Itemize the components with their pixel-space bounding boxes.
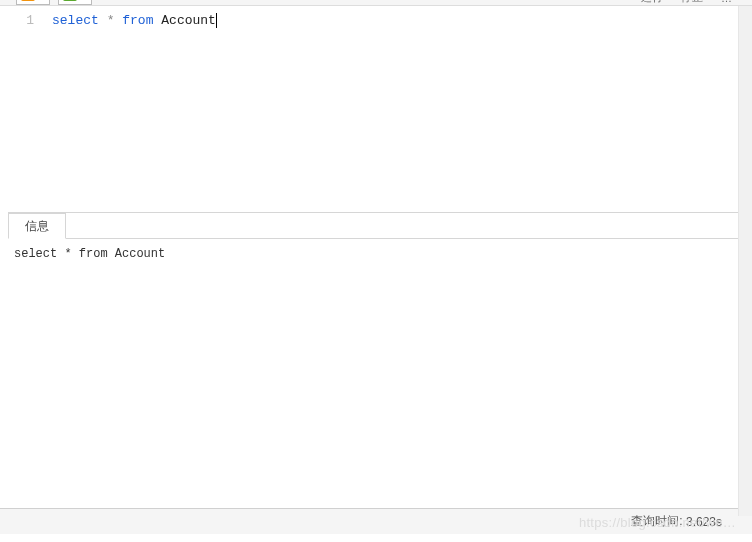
- sql-keyword-from: from: [122, 13, 153, 28]
- statusbar: 查询时间: 3.623s https://blog.csdn.net/we…: [0, 508, 752, 534]
- results-panel: 信息 select * from Account: [8, 212, 744, 508]
- toolbar-actions: 运行 停止 …: [641, 0, 732, 5]
- database-icon: [63, 0, 77, 1]
- database-dropdown[interactable]: ▾: [58, 0, 92, 5]
- sql-star: *: [107, 13, 115, 28]
- results-tabs: 信息: [8, 213, 744, 239]
- sql-editor: 1 select * from Account: [0, 6, 752, 212]
- dropdown-arrow-icon: ▾: [81, 0, 87, 1]
- run-button[interactable]: 运行: [641, 0, 663, 5]
- connection-dropdown[interactable]: ▾: [16, 0, 50, 5]
- sql-identifier: Account: [161, 13, 216, 28]
- results-output[interactable]: select * from Account: [8, 239, 744, 508]
- query-time-label: 查询时间:: [631, 513, 682, 530]
- stop-button[interactable]: 停止: [681, 0, 703, 5]
- vertical-scrollbar[interactable]: [738, 6, 752, 516]
- line-gutter: 1: [0, 6, 42, 212]
- query-time-value: 3.623s: [686, 515, 722, 529]
- line-number: 1: [0, 12, 34, 30]
- tab-info[interactable]: 信息: [8, 213, 66, 239]
- code-area[interactable]: select * from Account: [42, 6, 752, 212]
- dropdown-arrow-icon: ▾: [39, 0, 45, 1]
- connection-icon: [21, 0, 35, 1]
- toolbar-more[interactable]: …: [721, 0, 732, 4]
- code-line: select * from Account: [52, 12, 752, 30]
- text-caret: [216, 13, 217, 28]
- sql-keyword-select: select: [52, 13, 99, 28]
